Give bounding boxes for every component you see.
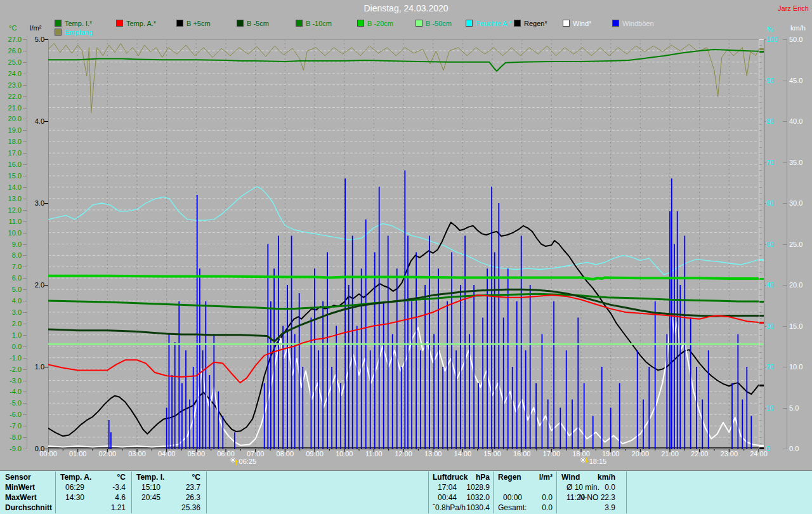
wind-axis-label: 25.0 — [789, 241, 809, 248]
axis-tick — [783, 39, 787, 40]
axis-tick — [23, 119, 27, 119]
temp-axis-label: 3.0 — [1, 308, 22, 316]
right-bar-notch — [759, 210, 762, 211]
weather-app-window: Dienstag, 24.03.2020 Jarz Erich °C l/m² … — [0, 0, 812, 514]
time-axis-label: 03:00 — [123, 450, 151, 458]
axis-tick — [23, 267, 27, 267]
legend-label: B -5cm — [247, 20, 269, 27]
table-value: N-NO 22.3 — [558, 493, 615, 502]
time-axis-label: 16:00 — [508, 450, 536, 458]
time-axis-label: 04:00 — [153, 450, 181, 458]
axis-tick — [764, 285, 766, 286]
legend-item-b-5cm: B +5cm — [176, 20, 211, 27]
rain-axis-label: 5.0 — [28, 36, 44, 43]
wind-axis-label: 5.0 — [789, 404, 809, 412]
author-label: Jarz Erich — [778, 4, 809, 12]
temp-axis-label: -4.0 — [1, 388, 22, 395]
humidity-axis-label: 40 — [766, 281, 782, 289]
table-column-unit: °C — [162, 473, 200, 482]
axis-tick — [23, 335, 27, 336]
time-axis-label: 12:00 — [390, 450, 417, 458]
axis-tick — [23, 358, 27, 359]
table-row-label: Durchschnitt — [5, 503, 52, 512]
wind-axis-label: 10.0 — [789, 363, 809, 371]
humidity-axis-label: 80 — [766, 117, 782, 125]
legend-color-swatch — [55, 29, 62, 36]
axis-tick — [23, 62, 27, 63]
axis-tick — [23, 449, 27, 449]
legend-item-b-5cm: B -5cm — [237, 20, 269, 27]
axis-tick — [783, 203, 787, 204]
legend-item-wind: Wind* — [563, 20, 591, 27]
axis-tick — [23, 39, 27, 40]
table-separator — [206, 471, 207, 513]
temp-axis-label: 20.0 — [1, 115, 22, 122]
right-bar-notch — [759, 432, 762, 432]
time-axis-label: 13:00 — [419, 450, 447, 458]
table-column-unit: km/h — [577, 473, 615, 482]
axis-tick — [44, 285, 48, 286]
axis-tick — [23, 403, 27, 404]
series-current-value-mark — [759, 278, 764, 280]
right-bar-notch — [759, 261, 762, 261]
humidity-axis-label: 60 — [766, 199, 782, 207]
time-axis-label: 19:00 — [597, 450, 625, 458]
right-bar-notch — [759, 170, 762, 171]
axis-tick — [783, 81, 787, 81]
humidity-axis-label: 20 — [766, 363, 782, 371]
temp-axis-label: 13.0 — [1, 195, 22, 202]
time-axis-label: 22:00 — [686, 450, 714, 458]
legend-label: B -10cm — [306, 20, 332, 27]
right-bar-notch — [759, 318, 762, 319]
axis-line — [27, 39, 27, 449]
right-bar-notch — [759, 91, 762, 91]
time-axis-label: 23:00 — [715, 450, 743, 458]
temp-axis-label: -5.0 — [1, 399, 22, 407]
temp-axis-label: 8.0 — [1, 251, 22, 259]
right-bar-notch — [759, 397, 762, 398]
weather-chart-plot — [48, 39, 759, 458]
axis-tick — [764, 203, 766, 204]
right-bar-notch — [759, 381, 762, 381]
table-row-label: Sensor — [5, 473, 31, 482]
temp-axis-label: 2.0 — [1, 320, 22, 327]
axis-tick — [23, 414, 27, 415]
table-separator — [55, 471, 56, 513]
temp-axis-label: 18.0 — [1, 138, 22, 145]
right-bar-notch — [759, 392, 762, 392]
right-bar-notch — [759, 85, 762, 86]
right-bar-notch — [759, 130, 762, 131]
right-bar-notch — [759, 56, 762, 57]
right-bar-notch — [759, 119, 762, 119]
axis-tick — [764, 162, 766, 163]
right-bar-notch — [759, 306, 762, 307]
axis-tick — [764, 81, 766, 81]
temp-axis-label: 16.0 — [1, 161, 22, 168]
right-bar-notch — [759, 204, 762, 205]
temp-axis-label: 10.0 — [1, 229, 22, 237]
sunrise-icon — [230, 457, 239, 466]
temp-axis-label: -9.0 — [1, 445, 22, 452]
axis-tick — [23, 346, 27, 347]
right-bar-notch — [759, 62, 762, 63]
legend-color-swatch — [563, 20, 570, 27]
axis-tick — [23, 426, 27, 426]
axis-tick — [23, 199, 27, 199]
legend-color-swatch — [176, 20, 183, 27]
right-bar-notch — [759, 403, 762, 404]
table-value: 0.0 — [495, 503, 553, 512]
table-column-unit: l/m² — [514, 473, 553, 482]
wind-axis-label: 20.0 — [789, 281, 809, 289]
legend-item-feuchte-a: Feuchte A.* — [466, 20, 512, 27]
temp-axis-label: 24.0 — [1, 70, 22, 77]
temp-axis-label: 5.0 — [1, 286, 22, 293]
right-bar-notch — [759, 375, 762, 376]
temp-axis-label: 27.0 — [1, 36, 22, 43]
page-title: Dienstag, 24.03.2020 — [0, 3, 812, 13]
right-bar-notch — [759, 176, 762, 176]
right-bar-notch — [759, 136, 762, 136]
humidity-axis-label: 70 — [766, 159, 782, 166]
right-bar-notch — [759, 79, 762, 80]
legend-label: Feuchte A.* — [476, 20, 512, 27]
table-value: 25.36 — [143, 503, 200, 512]
